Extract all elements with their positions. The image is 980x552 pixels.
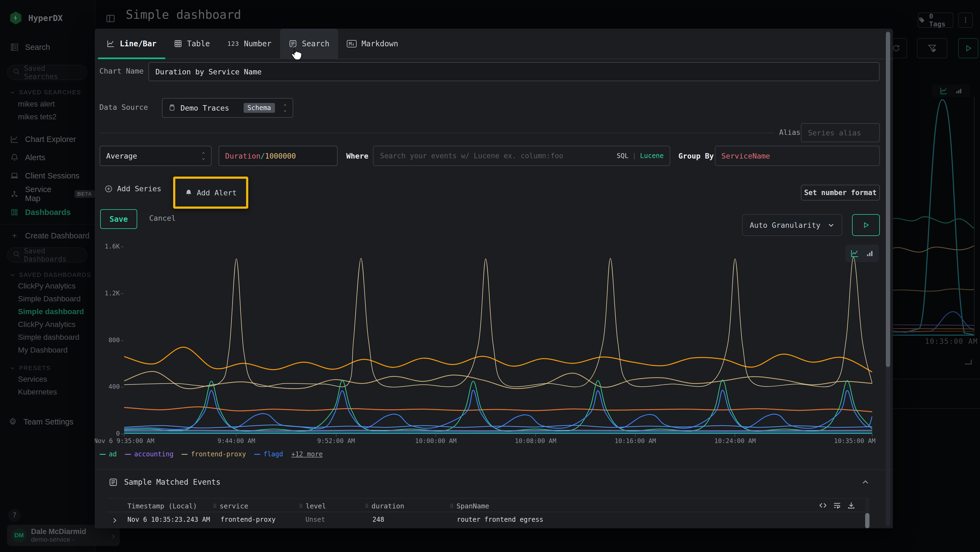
lucene-toggle[interactable]: Lucene <box>640 152 664 160</box>
data-source-value: Demo Traces <box>180 104 229 112</box>
drag-handle-icon[interactable]: ⠿ <box>365 503 369 509</box>
number-123-icon: 123 <box>227 40 239 47</box>
sample-events-header[interactable]: Sample Matched Events <box>109 478 221 487</box>
x-axis-label: 10:24:00 AM <box>714 437 756 444</box>
mouse-cursor-hand <box>288 46 303 62</box>
legend-item[interactable]: frontend-proxy <box>181 450 246 458</box>
database-icon <box>169 104 176 112</box>
col-timestamp[interactable]: Timestamp (Local) <box>127 502 197 510</box>
chart-name-field[interactable] <box>148 62 880 81</box>
chart-legend: ad accounting frontend-proxy flagd +12 m… <box>100 450 323 458</box>
sql-toggle[interactable]: SQL <box>617 152 628 160</box>
expand-row-icon[interactable] <box>111 517 118 525</box>
y-axis-label: 400 <box>96 383 120 390</box>
chart-type-tabbar: Line/Bar Table 123 Number Search M↓ Mark… <box>95 29 893 59</box>
where-input[interactable] <box>379 152 617 160</box>
legend-more-link[interactable]: +12 more <box>291 450 323 458</box>
x-axis-label: 10:00:00 AM <box>415 437 457 444</box>
y-axis-label: 1.2K <box>96 290 120 297</box>
legend-dash-icon <box>254 454 260 455</box>
edit-chart-modal: Line/Bar Table 123 Number Search M↓ Mark… <box>95 29 893 528</box>
tab-number[interactable]: 123 Number <box>219 29 280 59</box>
col-level[interactable]: ⠿level <box>299 502 326 510</box>
table-border <box>108 498 870 499</box>
group-by-label: Group By <box>678 152 714 160</box>
bell-icon <box>185 189 192 196</box>
x-axis-label: 10:35:00 AM <box>834 437 875 444</box>
collapse-events-icon[interactable] <box>861 478 869 487</box>
chevron-down-icon <box>827 222 835 228</box>
alias-label: Alias <box>779 128 800 137</box>
x-axis-label: 10:08:00 AM <box>515 437 556 444</box>
tab-table[interactable]: Table <box>165 29 219 59</box>
cell-spanname[interactable]: router frontend egress <box>457 516 543 523</box>
x-axis-label: 10:16:00 AM <box>615 437 656 444</box>
table-icon <box>174 40 182 48</box>
schema-badge: Schema <box>243 103 275 113</box>
cell-timestamp[interactable]: Nov 6 10:35:23.243 AM <box>127 516 210 523</box>
select-chevrons-icon: ⌃⌄ <box>284 104 286 112</box>
wrap-lines-icon[interactable] <box>833 501 841 509</box>
plus-circle-icon <box>105 185 113 193</box>
x-axis-label: Nov 6 9:35:00 AM <box>95 437 154 444</box>
legend-dash-icon <box>125 454 131 455</box>
timeseries-plot[interactable] <box>124 247 872 435</box>
chart-name-label: Chart Name <box>99 67 144 75</box>
data-source-select[interactable]: Demo Traces Schema ⌃⌄ <box>162 98 293 118</box>
run-chart-button[interactable] <box>852 214 880 236</box>
add-alert-annotation-box: Add Alert <box>173 177 248 209</box>
col-spanname[interactable]: ⠿SpanName <box>450 502 489 510</box>
add-series-button[interactable]: Add Series <box>105 185 161 193</box>
where-label: Where <box>346 152 368 160</box>
y-axis-label: 1.6K <box>96 243 120 250</box>
alias-field[interactable] <box>801 123 880 142</box>
x-axis-label: 9:44:00 AM <box>218 437 255 444</box>
cell-duration[interactable]: 248 <box>372 516 384 523</box>
drag-handle-icon[interactable]: ⠿ <box>299 503 303 509</box>
series-divider <box>99 133 775 133</box>
code-icon[interactable] <box>819 501 827 509</box>
events-list-icon <box>109 478 118 487</box>
markdown-icon: M↓ <box>347 40 356 48</box>
set-number-format-button[interactable]: Set number format <box>801 185 880 201</box>
tab-markdown[interactable]: M↓ Markdown <box>338 29 407 59</box>
line-chart-icon <box>107 40 115 48</box>
play-icon <box>862 222 869 228</box>
legend-dash-icon <box>100 454 106 455</box>
download-icon[interactable] <box>847 501 855 509</box>
group-by-field[interactable]: ServiceName <box>715 146 880 166</box>
granularity-select[interactable]: Auto Granularity <box>742 214 842 236</box>
data-source-label: Data Source <box>99 103 148 112</box>
where-field[interactable]: SQL | Lucene <box>373 146 670 166</box>
table-border <box>108 512 870 512</box>
cell-service[interactable]: frontend-proxy <box>221 516 275 523</box>
x-axis-label: 9:52:00 AM <box>317 437 355 444</box>
legend-item[interactable]: ad <box>100 450 117 458</box>
events-divider <box>95 469 893 470</box>
alias-input[interactable] <box>807 128 873 137</box>
select-chevrons-icon: ⌃⌄ <box>202 152 205 160</box>
cancel-button[interactable]: Cancel <box>149 214 176 222</box>
cell-level[interactable]: Unset <box>305 516 325 523</box>
save-button[interactable]: Save <box>100 209 137 229</box>
table-scrollbar-thumb[interactable] <box>865 513 869 528</box>
chart-name-input[interactable] <box>155 67 873 76</box>
drag-handle-icon[interactable]: ⠿ <box>450 503 454 509</box>
legend-item[interactable]: accounting <box>125 450 174 458</box>
tab-line-bar[interactable]: Line/Bar <box>98 29 165 59</box>
add-alert-button[interactable]: Add Alert <box>185 188 237 197</box>
drag-handle-icon[interactable]: ⠿ <box>213 503 217 509</box>
y-axis-label: 0 <box>96 430 120 437</box>
field-expression[interactable]: Duration/1000000 <box>219 146 337 166</box>
col-duration[interactable]: ⠿duration <box>365 502 404 510</box>
col-service[interactable]: ⠿service <box>213 502 248 510</box>
modal-scrollbar-thumb[interactable] <box>886 32 890 367</box>
aggregation-select[interactable]: Average ⌃⌄ <box>100 146 212 166</box>
chart-area: 04008001.2K1.6K Nov 6 9:35:00 AM9:44:00 … <box>95 247 893 454</box>
legend-item[interactable]: flagd <box>254 450 283 458</box>
legend-dash-icon <box>181 454 188 455</box>
y-axis-label: 800 <box>96 337 120 343</box>
